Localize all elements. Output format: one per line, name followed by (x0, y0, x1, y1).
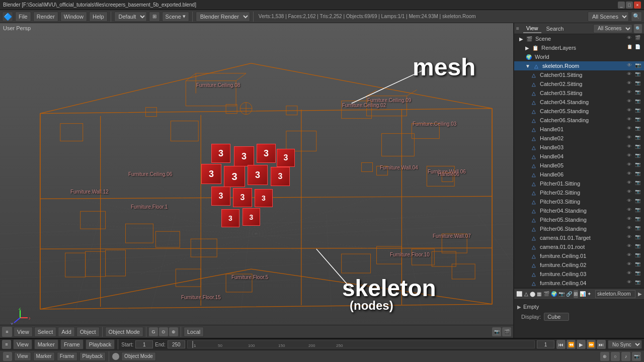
outliner-item[interactable]: △Catcher06.Standing👁📷 (514, 116, 644, 125)
layout-select[interactable]: Default (114, 12, 147, 22)
item-cam[interactable]: 📷 (635, 99, 642, 106)
prop-icon-mesh[interactable]: △ (524, 290, 528, 298)
prop-icon-active[interactable]: ⊞ (574, 290, 578, 298)
play-prev-frame[interactable]: ⏪ (567, 340, 576, 349)
outliner-view-tab[interactable]: View (523, 24, 541, 33)
viewport-menu-btn[interactable]: ≡ (2, 327, 12, 337)
prop-icon-particle[interactable]: ✦ (587, 290, 592, 298)
outliner-item[interactable]: △Handle06👁📷 (514, 170, 644, 179)
play-btn[interactable]: ▶ (577, 340, 586, 349)
current-frame-input[interactable] (537, 340, 554, 348)
outliner-item[interactable]: △Pitcher03.Sitting👁📷 (514, 197, 644, 206)
timeline-ruler[interactable]: 1 50 100 150 200 250 (187, 340, 535, 348)
engine-select[interactable]: Blender Render (196, 12, 250, 22)
outliner-item[interactable]: △Catcher03.Sitting👁📷 (514, 88, 644, 98)
add-btn[interactable]: Add (58, 327, 75, 337)
play-jump-start[interactable]: ⏮ (556, 340, 566, 349)
item-eye[interactable]: 👁 (627, 99, 634, 106)
render-menu[interactable]: Render (33, 12, 58, 22)
item-eye[interactable]: 👁 (627, 207, 634, 214)
file-menu[interactable]: File (15, 12, 31, 22)
item-eye[interactable]: 👁 (627, 198, 634, 205)
render-btn[interactable]: 📷 (632, 352, 641, 361)
item-cam[interactable]: 📷 (635, 234, 642, 241)
outliner-world[interactable]: 🌍 World (514, 52, 644, 61)
status-view[interactable]: View (14, 352, 31, 361)
mode-select[interactable]: Object Mode (105, 327, 143, 337)
outliner-item[interactable]: △Pitcher04.Standing👁📷 (514, 206, 644, 215)
play-jump-end[interactable]: ⏭ (597, 340, 606, 349)
prop-icon-world[interactable]: 🌍 (551, 290, 557, 298)
item-eye[interactable]: 👁 (627, 261, 634, 268)
outliner-item[interactable]: △Handle04👁📷 (514, 152, 644, 161)
rl-expand[interactable]: ▶ (525, 45, 529, 51)
outliner-item[interactable]: △furniture.Ceiling.01👁📷 (514, 251, 644, 260)
object-mode-btn[interactable]: Object Mode (121, 352, 156, 361)
outliner-item[interactable]: △Handle01👁📷 (514, 125, 644, 134)
item-cam[interactable]: 📷 (635, 89, 642, 97)
object-name-input[interactable] (595, 290, 635, 298)
rl-btn1[interactable]: 📋 (627, 44, 634, 51)
item-cam[interactable]: 📷 (635, 189, 642, 196)
window-menu[interactable]: Window (60, 12, 87, 22)
item-eye[interactable]: 👁 (627, 126, 634, 133)
outliner-item[interactable]: △camera.01.01.Target👁📷 (514, 233, 644, 242)
item-cam[interactable]: 📷 (635, 225, 642, 232)
sr-eye[interactable]: 👁 (627, 62, 634, 69)
outliner-item[interactable]: △Pitcher06.Standing👁📷 (514, 224, 644, 233)
scene-render[interactable]: 🎬 (635, 35, 642, 42)
status-menu[interactable]: ≡ (3, 352, 12, 361)
view-btn[interactable]: View (14, 327, 33, 337)
item-cam[interactable]: 📷 (635, 108, 642, 115)
item-eye[interactable]: 👁 (627, 162, 634, 169)
all-scenes-dropdown[interactable]: All Scenes (593, 24, 632, 33)
outliner-item[interactable]: △Pitcher02.Sitting👁📷 (514, 188, 644, 197)
timeline-view[interactable]: View (13, 339, 32, 349)
outliner-item[interactable]: △camera.01.01.root👁📷 (514, 242, 644, 251)
outliner-item[interactable]: △Catcher04.Standing👁📷 (514, 98, 644, 107)
help-menu[interactable]: Help (89, 12, 108, 22)
item-cam[interactable]: 📷 (635, 280, 642, 287)
outliner-list[interactable]: ▶ 🎬 Scene 👁 🎬 ▶ 📋 RenderLayers 📋 (514, 34, 644, 288)
item-eye[interactable]: 👁 (627, 135, 634, 142)
item-cam[interactable]: 📷 (635, 261, 642, 268)
item-cam[interactable]: 📷 (635, 71, 642, 78)
item-cam[interactable]: 📷 (635, 180, 642, 187)
outliner-item[interactable]: △Pitcher01.Sitting👁📷 (514, 179, 644, 188)
prop-icon-render[interactable]: 📷 (558, 290, 565, 298)
outliner-renderlayers[interactable]: ▶ 📋 RenderLayers 📋 📄 (514, 43, 644, 52)
item-cam[interactable]: 📷 (635, 198, 642, 205)
prop-icon-data[interactable]: 📊 (580, 290, 586, 298)
layout-icon[interactable]: ⊞ (149, 12, 160, 22)
play-next-frame[interactable]: ⏩ (587, 340, 596, 349)
prop-icon-constraint[interactable]: 🔗 (566, 290, 572, 298)
prop-icon-object[interactable]: ⬜ (516, 290, 522, 298)
item-eye[interactable]: 👁 (627, 280, 634, 287)
outliner-skeleton-room[interactable]: ▼ △ skeleton.Room 👁 📷 (514, 61, 644, 70)
item-eye[interactable]: 👁 (627, 144, 634, 151)
prop-icon-mat[interactable]: ⬤ (530, 290, 535, 298)
outliner-item[interactable]: △Catcher02.Sitting👁📷 (514, 79, 644, 88)
status-marker[interactable]: Marker (33, 352, 55, 361)
minimize-button[interactable]: _ (618, 2, 625, 9)
item-cam[interactable]: 📷 (635, 117, 642, 124)
outliner-item[interactable]: △Catcher01.Sitting👁📷 (514, 70, 644, 79)
start-frame-input[interactable] (135, 340, 153, 348)
maximize-button[interactable]: □ (626, 2, 633, 9)
local-btn[interactable]: Local (184, 327, 204, 337)
outliner-item[interactable]: △furniture.Ceiling.03👁📷 (514, 269, 644, 279)
outliner-item[interactable]: △Handle03👁📷 (514, 143, 644, 152)
item-cam[interactable]: 📷 (635, 135, 642, 142)
3d-viewport[interactable]: 3 3 3 3 3 3 3 3 3 3 3 3 3 User Persp mes… (0, 23, 514, 338)
all-scenes-select[interactable]: All Scenes (588, 12, 629, 22)
empty-collapse-btn[interactable]: ▶ (517, 304, 521, 310)
global-local-toggle[interactable]: G (149, 327, 158, 336)
item-eye[interactable]: 👁 (627, 225, 634, 232)
item-eye[interactable]: 👁 (627, 189, 634, 196)
item-cam[interactable]: 📷 (635, 162, 642, 169)
outliner-item[interactable]: △Handle02👁📷 (514, 134, 644, 143)
select-btn[interactable]: Select (34, 327, 57, 337)
pivot-btn[interactable]: ⊙ (159, 327, 168, 336)
item-eye[interactable]: 👁 (627, 117, 634, 124)
item-eye[interactable]: 👁 (627, 180, 634, 187)
